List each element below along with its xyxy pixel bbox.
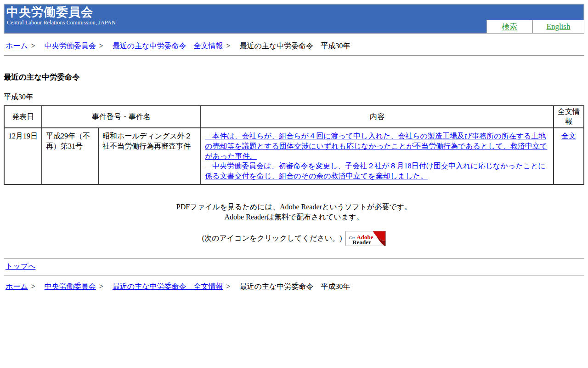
breadcrumb-separator: > [226,42,231,50]
cell-date: 12月19日 [4,128,42,184]
search-tab[interactable]: 検索 [486,20,532,34]
top-link[interactable]: トップへ [6,262,36,270]
breadcrumb-separator: > [226,282,231,290]
breadcrumb-current: 最近の主な中労委命令 平成30年 [240,42,351,50]
banner-tabs: 検索 English [486,20,584,34]
divider [4,276,584,276]
breadcrumb-link-orders-fulltext[interactable]: 最近の主な中労委命令 全文情報 [113,282,223,290]
breadcrumb-link-home[interactable]: ホーム [6,282,28,290]
cell-summary: 本件は、会社らが、組合らが４回に渡って申し入れた、会社らの製造工場及び事務所の所… [201,128,554,184]
cell-fulltext: 全文 [554,128,584,184]
breadcrumb-footer: ホーム>中央労働委員会>最近の主な中労委命令 全文情報>最近の主な中労委命令 平… [6,282,584,292]
cell-case-number: 平成29年（不再）第31号 [42,128,98,184]
table-row: 12月19日 平成29年（不再）第31号 昭和ホールディングス外２社不当労働行為… [4,128,584,184]
get-adobe-reader-badge[interactable]: Get Adobe Reader [345,231,386,246]
site-banner: 中央労働委員会 Central Labour Relations Commiss… [4,4,584,34]
breadcrumb-link-orders-fulltext[interactable]: 最近の主な中労委命令 全文情報 [113,42,223,50]
pdf-note-line3: (次のアイコンをクリックしてください。) [202,233,342,243]
search-link[interactable]: 検索 [502,22,517,32]
breadcrumb-top: ホーム>中央労働委員会>最近の主な中労委命令 全文情報>最近の主な中労委命令 平… [6,41,584,51]
adobe-ribbon-icon [372,231,385,246]
pdf-note-line1: PDFファイルを見るためには、Adobe Readerというソフトが必要です。 [4,202,584,212]
breadcrumb-link-home[interactable]: ホーム [6,42,28,50]
table-header-row: 発表日 事件番号・事件名 内容 全文情報 [4,106,584,128]
english-link[interactable]: English [547,22,571,31]
breadcrumb-link-clrc[interactable]: 中央労働委員会 [45,42,96,50]
breadcrumb-separator: > [99,42,103,50]
summary-link-2[interactable]: 中央労働委員会は、初審命令を変更し、子会社２社が８月18日付け団交申入れに応じな… [205,161,549,181]
year-heading: 平成30年 [4,92,584,102]
col-header-case: 事件番号・事件名 [42,106,201,128]
col-header-fulltext: 全文情報 [554,106,584,128]
breadcrumb-link-clrc[interactable]: 中央労働委員会 [45,282,96,290]
orders-table: 発表日 事件番号・事件名 内容 全文情報 12月19日 平成29年（不再）第31… [4,105,584,185]
english-tab[interactable]: English [532,20,584,34]
top-link-row: トップへ [6,262,584,271]
cell-case-name: 昭和ホールディングス外２社不当労働行為再審査事件 [98,128,201,184]
page-title: 最近の主な中労委命令 [4,72,584,82]
col-header-date: 発表日 [4,106,42,128]
divider [4,258,584,259]
divider [4,55,584,56]
pdf-note: PDFファイルを見るためには、Adobe Readerというソフトが必要です。 … [4,202,584,246]
breadcrumb-current: 最近の主な中労委命令 平成30年 [240,282,351,290]
badge-reader-label: Reader [352,239,371,245]
pdf-note-line2: Adobe Readerは無料で配布されています。 [4,212,584,222]
breadcrumb-separator: > [99,282,103,290]
summary-link-1[interactable]: 本件は、会社らが、組合らが４回に渡って申し入れた、会社らの製造工場及び事務所の所… [205,131,549,161]
site-title: 中央労働委員会 [5,5,583,18]
breadcrumb-separator: > [31,42,35,50]
breadcrumb-separator: > [31,282,35,290]
col-header-content: 内容 [201,106,554,128]
fulltext-link[interactable]: 全文 [561,132,576,140]
pdf-icon-line: (次のアイコンをクリックしてください。) Get Adobe Reader [4,231,584,246]
